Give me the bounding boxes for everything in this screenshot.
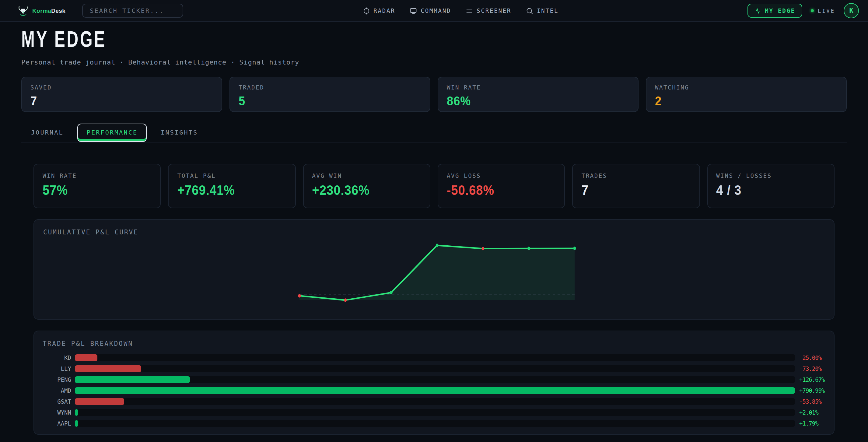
performance-card-value: +769.41% <box>178 183 235 197</box>
curve-point <box>390 291 393 294</box>
top-bar: KormaDesk RADAR COMMAND SCREENER INTEL <box>0 0 868 22</box>
bar-ticker: AAPL <box>42 420 71 427</box>
bar-track <box>75 387 795 394</box>
performance-card-label: WINS / LOSSES <box>716 172 826 179</box>
performance-panel: WIN RATE 57% TOTAL P&L +769.41% AVG WIN … <box>21 164 847 435</box>
cumulative-pnl-card: CUMULATIVE P&L CURVE <box>33 219 835 320</box>
page-title: MY EDGE <box>21 28 106 51</box>
avatar[interactable]: K <box>844 3 859 18</box>
performance-card: AVG WIN +230.36% <box>303 164 430 208</box>
nav-item-label: INTEL <box>537 7 558 14</box>
nav-item[interactable]: SCREENER <box>466 7 511 14</box>
performance-card-label: TRADES <box>582 172 691 179</box>
performance-cards: WIN RATE 57% TOTAL P&L +769.41% AVG WIN … <box>33 164 835 208</box>
bar-value: -53.85% <box>795 398 826 405</box>
bar-fill <box>75 420 78 427</box>
tab[interactable]: JOURNAL <box>23 124 72 142</box>
performance-card-value: 7 <box>582 183 589 197</box>
summary-card: SAVED 7 <box>21 77 222 112</box>
summary-card: TRADED 5 <box>229 77 430 112</box>
performance-card-label: TOTAL P&L <box>178 172 287 179</box>
summary-card-value: 86% <box>447 94 471 108</box>
nav-item-label: RADAR <box>373 7 395 14</box>
summary-card-value: 2 <box>655 94 662 108</box>
main-nav: RADAR COMMAND SCREENER INTEL <box>363 7 558 14</box>
bar-ticker: KD <box>42 354 71 361</box>
summary-card-label: SAVED <box>30 84 213 91</box>
bar-value: +1.79% <box>795 420 826 427</box>
curve-point <box>482 247 484 251</box>
bar-track <box>75 376 795 383</box>
bar-value: +126.67% <box>795 376 826 383</box>
page-subtitle: Personal trade journal · Behavioral inte… <box>21 58 847 66</box>
hero-section: MY EDGE Personal trade journal · Behavio… <box>0 22 868 143</box>
tab[interactable]: INSIGHTS <box>152 124 206 142</box>
nav-item-label: COMMAND <box>421 7 451 14</box>
performance-card-value: -50.68% <box>447 183 494 197</box>
live-indicator: LIVE <box>810 8 835 14</box>
bar-value: +790.99% <box>795 387 826 394</box>
bar-row: KD -25.00% <box>42 354 826 361</box>
nav-item[interactable]: INTEL <box>526 7 558 14</box>
pnl-curve-svg <box>300 245 575 300</box>
nav-icon <box>526 7 533 14</box>
curve-point <box>436 243 439 247</box>
performance-card: WIN RATE 57% <box>33 164 161 208</box>
summary-cards: SAVED 7 TRADED 5 WIN RATE 86% WATCHING 2 <box>21 77 847 112</box>
bar-row: AMD +790.99% <box>42 387 826 394</box>
performance-card-label: AVG WIN <box>312 172 421 179</box>
brand-logo[interactable]: KormaDesk <box>18 6 65 16</box>
bar-row: PENG +126.67% <box>42 376 826 383</box>
tab[interactable]: PERFORMANCE <box>78 124 147 142</box>
bar-value: -25.00% <box>795 354 826 361</box>
nav-icon <box>410 7 417 14</box>
activity-icon <box>754 7 761 14</box>
bar-row: GSAT -53.85% <box>42 398 826 405</box>
bar-row: WYNN +2.01% <box>42 409 826 416</box>
my-edge-button[interactable]: MY EDGE <box>747 4 802 18</box>
performance-card-value: +230.36% <box>312 183 370 197</box>
curve-point <box>344 298 347 302</box>
bar-track <box>75 398 795 405</box>
bar-row: AAPL +1.79% <box>42 420 826 427</box>
summary-card-value: 5 <box>239 94 245 108</box>
bar-ticker: PENG <box>42 376 71 383</box>
summary-card-label: WIN RATE <box>447 84 629 91</box>
nav-item[interactable]: COMMAND <box>410 7 451 14</box>
bar-track <box>75 409 795 416</box>
bar-track <box>75 420 795 427</box>
curve-point <box>298 294 301 298</box>
bar-fill <box>75 376 190 383</box>
pnl-breakdown-title: TRADE P&L BREAKDOWN <box>42 340 826 347</box>
nav-icon <box>466 7 473 14</box>
nav-item[interactable]: RADAR <box>363 7 395 14</box>
bar-ticker: GSAT <box>42 398 71 405</box>
nav-item-label: SCREENER <box>476 7 511 14</box>
cumulative-pnl-title: CUMULATIVE P&L CURVE <box>43 228 138 236</box>
live-dot-icon <box>810 9 813 12</box>
performance-card-label: AVG LOSS <box>447 172 556 179</box>
summary-card-label: WATCHING <box>655 84 838 91</box>
performance-card-label: WIN RATE <box>42 172 152 179</box>
bar-row: LLY -73.20% <box>42 365 826 372</box>
bar-fill <box>75 365 142 372</box>
search-input[interactable] <box>82 4 183 18</box>
summary-card: WIN RATE 86% <box>438 77 639 112</box>
bar-ticker: AMD <box>42 387 71 394</box>
curve-point <box>527 246 530 250</box>
pnl-breakdown-card: TRADE P&L BREAKDOWN KD -25.00% LLY -73.2… <box>33 331 835 435</box>
performance-card-value: 4 / 3 <box>716 183 741 197</box>
curve-area <box>300 245 575 300</box>
performance-card: TRADES 7 <box>572 164 700 208</box>
bar-ticker: WYNN <box>42 409 71 416</box>
performance-card-value: 57% <box>42 183 68 197</box>
performance-card: WINS / LOSSES 4 / 3 <box>707 164 835 208</box>
summary-card-value: 7 <box>30 94 37 108</box>
tab-bar: JOURNALPERFORMANCEINSIGHTS <box>21 124 847 143</box>
bar-ticker: LLY <box>42 365 71 372</box>
performance-card: TOTAL P&L +769.41% <box>168 164 296 208</box>
bar-fill <box>75 387 795 394</box>
curve-point <box>574 246 576 250</box>
bar-value: -73.20% <box>795 365 826 372</box>
live-label: LIVE <box>818 8 835 14</box>
